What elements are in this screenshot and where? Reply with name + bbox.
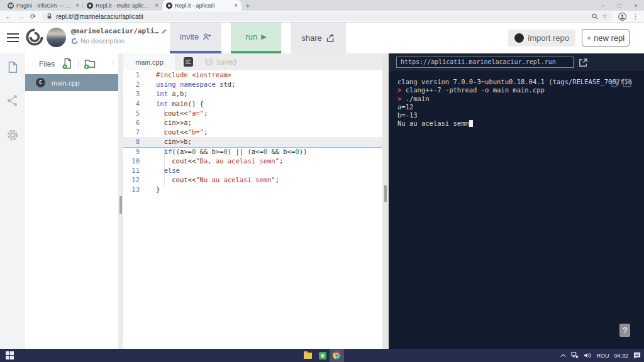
code-line[interactable]: 3int a,b; xyxy=(123,89,382,99)
console-line: > clang++-7 -pthread -o main main.cpp xyxy=(397,86,636,94)
invite-button[interactable]: invite xyxy=(170,23,221,53)
reload-icon[interactable]: ⟳ xyxy=(30,13,36,20)
import-repo-label: import repo xyxy=(528,33,569,43)
run-label: run xyxy=(245,32,257,41)
run-button[interactable]: run ▶ xyxy=(231,23,281,53)
file-explorer-icon[interactable] xyxy=(301,349,315,362)
avatar[interactable] xyxy=(47,28,66,47)
files-panel: Files ⋮ C main.cpp xyxy=(25,53,118,349)
language-indicator[interactable]: ROU xyxy=(596,353,609,359)
code-line[interactable]: 6 cin>>a; xyxy=(123,118,382,128)
forward-icon[interactable]: → xyxy=(18,13,25,20)
code-text: else xyxy=(156,166,180,175)
line-number: 1 xyxy=(123,70,140,80)
code-text: cout<<"Da, au acelasi semn"; xyxy=(156,156,283,166)
tab-title: Pagini · InfoGim — WordPress.co xyxy=(16,3,73,9)
code-line[interactable]: 11 else xyxy=(123,166,382,175)
terminal-cursor xyxy=(469,120,474,127)
code-line[interactable]: 1#include <iostream> xyxy=(123,70,382,80)
replit-icon xyxy=(166,3,172,9)
start-button-icon[interactable] xyxy=(6,351,14,359)
edit-pencil-icon[interactable] xyxy=(161,28,167,35)
console-line: b=-13 xyxy=(397,111,636,119)
close-icon[interactable]: × xyxy=(75,2,79,9)
zoom-icon[interactable] xyxy=(592,13,598,19)
code-line[interactable]: 7 cout<<"b="; xyxy=(123,128,382,137)
version-control-icon[interactable] xyxy=(6,94,19,107)
clock[interactable]: 04:32 xyxy=(614,353,628,359)
code-text: cout<<"a="; xyxy=(156,109,208,118)
profile-icon[interactable] xyxy=(618,13,626,21)
photos-app-icon[interactable] xyxy=(315,349,330,362)
editor-scrollbar[interactable] xyxy=(382,53,389,349)
minimize-button[interactable]: – xyxy=(595,0,611,11)
code-area[interactable]: 1#include <iostream>2using namespace std… xyxy=(123,70,382,349)
files-rail-icon[interactable] xyxy=(6,60,19,74)
editor-tab-main-cpp[interactable]: main.cpp xyxy=(123,53,176,70)
network-icon[interactable] xyxy=(571,352,579,359)
format-code-icon[interactable] xyxy=(184,57,193,67)
new-repl-button[interactable]: + new repl xyxy=(582,29,630,47)
repl-url-input[interactable]: https://aplicatii.marinelacaciur.repl.ru… xyxy=(396,57,574,68)
address-bar[interactable]: repl.it/@marinelacaciur/aplicatii ☆ xyxy=(42,12,613,21)
console-text: b=-13 xyxy=(397,111,418,119)
browser-toolbar: ← → ⟳ repl.it/@marinelacaciur/aplicatii … xyxy=(0,11,644,23)
line-number: 3 xyxy=(123,89,140,99)
action-center-icon[interactable] xyxy=(633,352,641,359)
help-button[interactable]: ? xyxy=(619,324,630,337)
close-icon[interactable]: × xyxy=(155,2,158,9)
replit-logo[interactable] xyxy=(26,28,43,46)
chrome-icon[interactable] xyxy=(330,349,344,362)
code-line[interactable]: 9 if((a>=0 && b>=0) || (a<=0 && b<=0)) xyxy=(123,147,382,156)
close-window-button[interactable]: × xyxy=(628,0,644,11)
prompt-icon: > xyxy=(397,86,406,94)
browser-tab-wordpress[interactable]: W Pagini · InfoGim — WordPress.co × xyxy=(4,0,83,11)
bookmark-star-icon[interactable]: ☆ xyxy=(602,13,608,19)
editor-tab-bar: main.cpp saved xyxy=(123,53,382,70)
hamburger-menu-icon[interactable] xyxy=(7,33,19,45)
browser-tab-replit-other[interactable]: Repl.it - multe aplicatii in C++ × xyxy=(83,0,162,11)
console-output[interactable]: clang version 7.0.0-3~ubuntu0.18.04.1 (t… xyxy=(389,71,644,349)
file-item-main-cpp[interactable]: C main.cpp xyxy=(25,74,118,91)
prompt-icon: > xyxy=(397,95,406,102)
back-icon[interactable]: ← xyxy=(5,13,12,20)
volume-icon[interactable] xyxy=(584,352,591,359)
code-line[interactable]: 12 cout<<"Nu au acelasi semn"; xyxy=(123,175,382,185)
tray-expand-icon[interactable] xyxy=(561,354,566,359)
copy-icon[interactable] xyxy=(611,79,619,87)
file-name: main.cpp xyxy=(52,79,80,87)
close-icon[interactable]: × xyxy=(234,2,238,9)
line-number: 11 xyxy=(123,166,140,175)
import-repo-button[interactable]: import repo xyxy=(508,30,575,47)
history-icon xyxy=(205,58,213,66)
browser-menu-icon[interactable]: ⋮ xyxy=(632,13,639,20)
code-line[interactable]: 5 cout<<"a="; xyxy=(123,109,382,118)
add-folder-icon[interactable] xyxy=(84,58,96,69)
new-tab-button[interactable]: + xyxy=(242,0,254,11)
share-button[interactable]: share xyxy=(291,23,346,53)
maximize-button[interactable]: □ xyxy=(611,0,628,11)
browser-tab-active[interactable]: Repl.it - aplicatii × xyxy=(162,0,242,11)
code-line[interactable]: 13} xyxy=(123,185,382,194)
console-header: https://aplicatii.marinelacaciur.repl.ru… xyxy=(389,53,644,71)
replit-header: @marinelacaciur/apli… No description inv… xyxy=(0,23,644,53)
files-menu-icon[interactable]: ⋮ xyxy=(109,58,116,67)
open-in-new-icon[interactable] xyxy=(579,58,588,67)
panel-scrollbar[interactable] xyxy=(118,53,123,349)
settings-gear-icon[interactable] xyxy=(6,128,19,142)
add-file-icon[interactable] xyxy=(62,58,73,69)
scrollbar-thumb[interactable] xyxy=(384,185,387,202)
code-line[interactable]: 8 cin>>b; xyxy=(123,137,382,146)
scrollbar-thumb[interactable] xyxy=(119,196,122,214)
cycle-icon xyxy=(71,38,78,45)
url-text: repl.it/@marinelacaciur/aplicatii xyxy=(56,13,588,20)
code-line[interactable]: 2using namespace std; xyxy=(123,80,382,89)
console-line: clang version 7.0.0-3~ubuntu0.18.04.1 (t… xyxy=(397,78,636,86)
workspace: Files ⋮ C main.cpp main.cpp xyxy=(0,53,644,349)
code-line[interactable]: 10 cout<<"Da, au acelasi semn"; xyxy=(123,156,382,166)
line-number: 9 xyxy=(123,147,140,156)
line-number: 13 xyxy=(123,185,140,194)
code-line[interactable]: 4int main() { xyxy=(123,99,382,109)
popout-icon[interactable] xyxy=(623,79,631,87)
code-text: cout<<"b="; xyxy=(156,128,208,137)
